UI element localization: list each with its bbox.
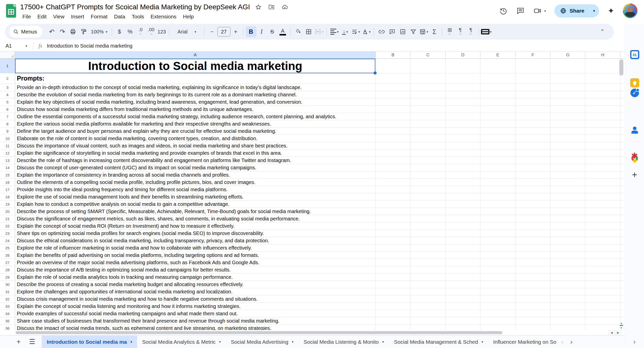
cell-A35[interactable]: Share case studies of businesses that tr… xyxy=(15,317,376,325)
cell-G30[interactable] xyxy=(550,281,585,288)
cell-D28[interactable] xyxy=(446,266,480,274)
cell-A10[interactable]: Elaborate on the role of content in soci… xyxy=(15,135,376,142)
format-currency-button[interactable]: $ xyxy=(114,26,125,37)
cell-G34[interactable] xyxy=(550,310,585,317)
star-icon[interactable] xyxy=(255,4,262,10)
cell-C22[interactable] xyxy=(411,222,446,230)
input-tools-button[interactable]: ▾ xyxy=(481,26,492,37)
calendar-icon[interactable]: 31 xyxy=(630,50,639,59)
cell-D32[interactable] xyxy=(446,295,480,303)
cell-D22[interactable] xyxy=(446,222,480,230)
cell-B28[interactable] xyxy=(376,266,411,274)
cell-B27[interactable] xyxy=(376,259,411,266)
cell-C5[interactable] xyxy=(411,98,446,106)
cell-E6[interactable] xyxy=(480,106,515,113)
cell-B16[interactable] xyxy=(376,179,411,186)
redo-button[interactable]: ↷ xyxy=(57,26,68,37)
cell-F9[interactable] xyxy=(515,128,550,135)
cell-D24[interactable] xyxy=(446,237,480,244)
italic-button[interactable]: I xyxy=(256,26,267,37)
share-button[interactable]: Share ▾ xyxy=(554,4,599,17)
cell-G9[interactable] xyxy=(550,128,585,135)
cell-E32[interactable] xyxy=(480,295,515,303)
cell-H1[interactable] xyxy=(585,59,620,73)
cell-C24[interactable] xyxy=(411,237,446,244)
cell-G15[interactable] xyxy=(550,171,585,179)
cell-C34[interactable] xyxy=(411,310,446,317)
move-to-folder-icon[interactable] xyxy=(268,4,275,10)
cell-A27[interactable]: Provide an overview of the major social … xyxy=(15,259,376,266)
cell-E10[interactable] xyxy=(480,135,515,142)
row-header-16[interactable]: 16 xyxy=(0,179,15,186)
cell-A31[interactable]: Explore the challenges and opportunities… xyxy=(15,288,376,295)
cell-H19[interactable] xyxy=(585,201,620,208)
cell-G23[interactable] xyxy=(550,230,585,237)
cell-B12[interactable] xyxy=(376,149,411,157)
cell-E1[interactable] xyxy=(480,59,515,73)
cell-B15[interactable] xyxy=(376,171,411,179)
cell-B36[interactable] xyxy=(376,325,411,330)
cell-F32[interactable] xyxy=(515,295,550,303)
row-header-30[interactable]: 30 xyxy=(0,281,15,288)
functions-button[interactable]: Σ xyxy=(429,26,440,37)
cell-D29[interactable] xyxy=(446,274,480,281)
cell-F28[interactable] xyxy=(515,266,550,274)
cell-C8[interactable] xyxy=(411,120,446,128)
cell-D2[interactable] xyxy=(446,73,480,84)
cloud-saved-icon[interactable] xyxy=(281,4,288,10)
row-header-20[interactable]: 20 xyxy=(0,208,15,215)
cell-D27[interactable] xyxy=(446,259,480,266)
table-button[interactable]: ▾ xyxy=(419,26,429,37)
cell-F23[interactable] xyxy=(515,230,550,237)
cell-G16[interactable] xyxy=(550,179,585,186)
cell-A24[interactable]: Discuss the ethical considerations in so… xyxy=(15,237,376,244)
cell-G35[interactable] xyxy=(550,317,585,325)
strikethrough-button[interactable]: S xyxy=(267,26,277,37)
column-header-A[interactable]: A xyxy=(15,52,376,59)
cell-A18[interactable]: Explore the use of social media manageme… xyxy=(15,193,376,201)
cell-B19[interactable] xyxy=(376,201,411,208)
cell-D5[interactable] xyxy=(446,98,480,106)
name-box[interactable]: A1 ▾ xyxy=(0,43,30,49)
cell-H8[interactable] xyxy=(585,120,620,128)
cell-H20[interactable] xyxy=(585,208,620,215)
sheet-tab-4[interactable]: Social Media Listening & Monito▾ xyxy=(299,336,389,348)
sheet-tab-5[interactable]: Social Media Management & Sched▾ xyxy=(389,336,488,348)
cell-B23[interactable] xyxy=(376,230,411,237)
cell-F12[interactable] xyxy=(515,149,550,157)
all-sheets-button[interactable]: ☰ xyxy=(29,338,35,345)
cell-F33[interactable] xyxy=(515,303,550,310)
cell-E27[interactable] xyxy=(480,259,515,266)
cell-B5[interactable] xyxy=(376,98,411,106)
version-history-icon[interactable] xyxy=(499,7,508,15)
row-header-12[interactable]: 12 xyxy=(0,149,15,157)
cell-H16[interactable] xyxy=(585,179,620,186)
row-header-11[interactable]: 11 xyxy=(0,142,15,149)
cell-F8[interactable] xyxy=(515,120,550,128)
cell-H32[interactable] xyxy=(585,295,620,303)
cell-C12[interactable] xyxy=(411,149,446,157)
cell-G33[interactable] xyxy=(550,303,585,310)
cell-D31[interactable] xyxy=(446,288,480,295)
cell-G18[interactable] xyxy=(550,193,585,201)
cell-A4[interactable]: Describe the evolution of social media m… xyxy=(15,91,376,98)
row-header-21[interactable]: 21 xyxy=(0,215,15,222)
cell-C30[interactable] xyxy=(411,281,446,288)
row-header-8[interactable]: 8 xyxy=(0,120,15,128)
cell-C21[interactable] xyxy=(411,215,446,222)
cell-B18[interactable] xyxy=(376,193,411,201)
paragraph-ltr-button[interactable]: ¶ → xyxy=(455,26,466,37)
column-header-G[interactable]: G xyxy=(550,52,585,59)
cell-F27[interactable] xyxy=(515,259,550,266)
cell-A16[interactable]: Outline the elements of a compelling soc… xyxy=(15,179,376,186)
keep-icon[interactable] xyxy=(630,78,639,87)
cell-G3[interactable] xyxy=(550,84,585,91)
cell-F35[interactable] xyxy=(515,317,550,325)
cell-E31[interactable] xyxy=(480,288,515,295)
cell-D6[interactable] xyxy=(446,106,480,113)
cell-D35[interactable] xyxy=(446,317,480,325)
cell-H14[interactable] xyxy=(585,164,620,171)
cell-D36[interactable] xyxy=(446,325,480,330)
cell-A32[interactable]: Discuss crisis management in social medi… xyxy=(15,295,376,303)
row-header-22[interactable]: 22 xyxy=(0,222,15,230)
